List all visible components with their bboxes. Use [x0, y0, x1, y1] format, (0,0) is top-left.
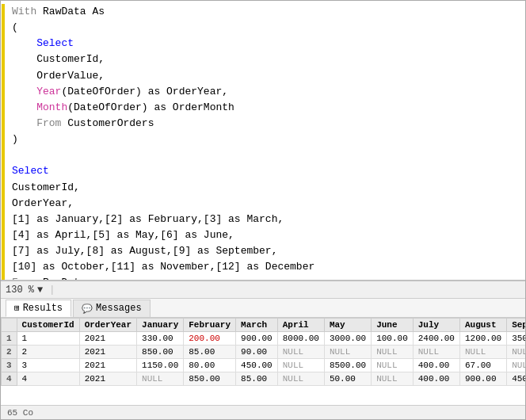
messages-icon: 💬 [82, 304, 93, 314]
results-area[interactable]: CustomerId OrderYear January February Ma… [1, 318, 525, 405]
col-june: June [372, 319, 414, 332]
col-january: January [137, 319, 184, 332]
status-bar: 65 Co [1, 405, 525, 419]
code-content[interactable]: With RawData As ( Select CustomerId, Ord… [6, 1, 525, 280]
col-rownum [2, 319, 17, 332]
col-may: May [324, 319, 371, 332]
tab-results-label: Results [23, 303, 63, 314]
tab-messages[interactable]: 💬 Messages [73, 300, 151, 317]
table-row: 3320211150.0080.00450.00NULL8500.00NULL4… [2, 359, 526, 372]
col-march: March [236, 319, 278, 332]
tab-messages-label: Messages [96, 303, 142, 314]
table-header-row: CustomerId OrderYear January February Ma… [2, 319, 526, 332]
col-february: February [184, 319, 236, 332]
col-customerid: CustomerId [17, 319, 79, 332]
tabs-bar: ⊞ Results 💬 Messages [1, 299, 525, 318]
col-april: April [277, 319, 324, 332]
zoom-bar: 130 % ▼ | [1, 281, 525, 299]
status-text: 65 Co [7, 408, 33, 418]
table-row: 222021850.0085.0090.00NULLNULLNULLNULLNU… [2, 346, 526, 359]
results-table: CustomerId OrderYear January February Ma… [1, 318, 525, 386]
editor-area: With RawData As ( Select CustomerId, Ord… [1, 1, 525, 281]
col-july: July [413, 319, 459, 332]
zoom-label: 130 % [6, 284, 34, 296]
tab-results[interactable]: ⊞ Results [6, 300, 71, 317]
col-september: September [507, 319, 525, 332]
table-row: 442021NULL850.0085.00NULL50.00NULL400.00… [2, 372, 526, 386]
yellow-bar [2, 4, 5, 280]
results-icon: ⊞ [14, 303, 20, 313]
zoom-dropdown-icon[interactable]: ▼ [37, 284, 43, 296]
col-august: August [459, 319, 506, 332]
col-orderyear: OrderYear [79, 319, 136, 332]
table-row: 112021330.00200.00900.008000.003000.0010… [2, 332, 526, 346]
